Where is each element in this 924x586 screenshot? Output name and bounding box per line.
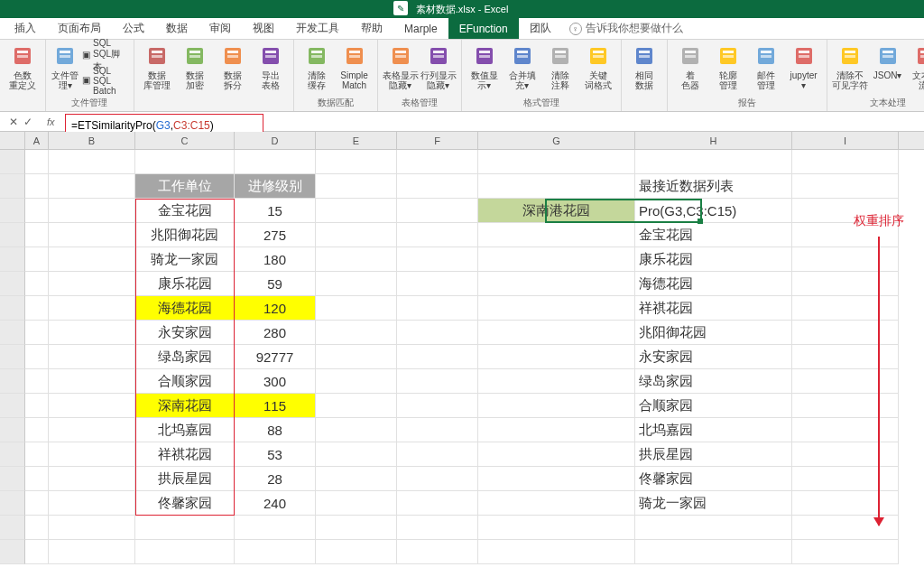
cell-C10[interactable]: 合顺家园 <box>135 369 235 394</box>
cell-F2[interactable] <box>397 174 478 199</box>
cell-C1[interactable] <box>135 150 235 174</box>
cell-B17[interactable] <box>49 540 135 564</box>
cell-H3[interactable]: Pro(G3,C3:C15) <box>635 199 792 223</box>
cell-G1[interactable] <box>478 150 635 174</box>
cell-F5[interactable] <box>397 247 478 272</box>
cell-G2[interactable] <box>478 174 635 199</box>
cell-A15[interactable] <box>25 491 49 516</box>
cell-H11[interactable]: 合顺家园 <box>635 394 792 418</box>
cell-A8[interactable] <box>25 321 49 345</box>
cell-E16[interactable] <box>316 516 397 540</box>
cell-H13[interactable]: 拱辰星园 <box>635 442 792 467</box>
row-header[interactable] <box>0 174 25 199</box>
cell-G10[interactable] <box>478 369 635 394</box>
cell-A1[interactable] <box>25 150 49 174</box>
cell-H12[interactable]: 北坞嘉园 <box>635 418 792 442</box>
cell-B5[interactable] <box>49 247 135 272</box>
ribbon-button[interactable]: 相同数据 <box>627 43 661 90</box>
col-A[interactable]: A <box>25 132 49 149</box>
cell-D9[interactable]: 92777 <box>235 345 316 369</box>
ribbon-button[interactable]: 数值显示▾ <box>467 43 502 90</box>
tab-team[interactable]: 团队 <box>519 18 562 39</box>
ribbon-button[interactable]: 邮件管理 <box>749 43 783 90</box>
cell-B14[interactable] <box>49 467 135 491</box>
cell-A13[interactable] <box>25 442 49 467</box>
ribbon-button[interactable]: 数据库管理 <box>140 43 174 90</box>
cell-H2[interactable]: 最接近数据列表 <box>635 174 792 199</box>
cell-D15[interactable]: 240 <box>235 491 316 516</box>
cell-F15[interactable] <box>397 491 478 516</box>
cell-F13[interactable] <box>397 442 478 467</box>
cell-E11[interactable] <box>316 394 397 418</box>
col-F[interactable]: F <box>397 132 478 149</box>
cell-D10[interactable]: 300 <box>235 369 316 394</box>
tab-marple[interactable]: Marple <box>393 18 448 39</box>
cell-B13[interactable] <box>49 442 135 467</box>
fx-icon[interactable]: fx <box>47 116 55 127</box>
ribbon-button[interactable]: 清除不可见字符 <box>833 43 867 90</box>
cell-C16[interactable] <box>135 516 235 540</box>
cell-B12[interactable] <box>49 418 135 442</box>
cell-F3[interactable] <box>397 199 478 223</box>
cell-D11[interactable]: 115 <box>235 394 316 418</box>
ribbon-button[interactable]: 关键词格式 <box>581 43 615 90</box>
cell-A6[interactable] <box>25 272 49 296</box>
row-header[interactable] <box>0 223 25 247</box>
cell-E15[interactable] <box>316 491 397 516</box>
cell-B9[interactable] <box>49 345 135 369</box>
row-header[interactable] <box>0 150 25 174</box>
cell-B10[interactable] <box>49 369 135 394</box>
ribbon-button[interactable]: 色数重定义 <box>5 43 40 90</box>
cell-G15[interactable] <box>478 491 635 516</box>
cell-B16[interactable] <box>49 516 135 540</box>
cell-D16[interactable] <box>235 516 316 540</box>
ribbon-button[interactable]: 数据加密 <box>178 43 212 90</box>
cell-E1[interactable] <box>316 150 397 174</box>
cell-H9[interactable]: 永安家园 <box>635 345 792 369</box>
cell-H4[interactable]: 金宝花园 <box>635 223 792 247</box>
ribbon-button[interactable]: JSON▾ <box>871 43 905 80</box>
cell-H10[interactable]: 绿岛家园 <box>635 369 792 394</box>
cell-G4[interactable] <box>478 223 635 247</box>
cell-D4[interactable]: 275 <box>235 223 316 247</box>
cell-A16[interactable] <box>25 516 49 540</box>
cell-H17[interactable] <box>635 540 792 564</box>
cell-C8[interactable]: 永安家园 <box>135 321 235 345</box>
ribbon-button[interactable]: 文本交流▾ <box>909 43 924 90</box>
col-D[interactable]: D <box>235 132 316 149</box>
tab-review[interactable]: 审阅 <box>199 18 242 39</box>
ribbon-button[interactable]: 表格显示隐藏▾ <box>383 43 418 90</box>
cell-I2[interactable] <box>792 174 899 199</box>
cell-F4[interactable] <box>397 223 478 247</box>
ribbon-button[interactable]: SimpleMatch <box>337 43 372 90</box>
col-I[interactable]: I <box>792 132 899 149</box>
cell-C11[interactable]: 深南花园 <box>135 394 235 418</box>
ribbon-button[interactable]: 文件管理▾ <box>51 43 79 90</box>
ribbon-button[interactable]: 行列显示隐藏▾ <box>421 43 456 90</box>
cell-F1[interactable] <box>397 150 478 174</box>
cell-F12[interactable] <box>397 418 478 442</box>
cell-F6[interactable] <box>397 272 478 296</box>
cell-C2[interactable]: 工作单位 <box>135 174 235 199</box>
ribbon-button[interactable]: 清除注释 <box>543 43 578 90</box>
cell-D17[interactable] <box>235 540 316 564</box>
cell-D12[interactable]: 88 <box>235 418 316 442</box>
cell-D14[interactable]: 28 <box>235 467 316 491</box>
cell-E5[interactable] <box>316 247 397 272</box>
cancel-formula-button[interactable]: ✕ <box>9 116 18 128</box>
tab-efunction[interactable]: EFunction <box>448 18 519 39</box>
row-header[interactable] <box>0 394 25 418</box>
cell-C17[interactable] <box>135 540 235 564</box>
row-header[interactable] <box>0 199 25 223</box>
cell-F10[interactable] <box>397 369 478 394</box>
ribbon-button[interactable]: 着色器 <box>673 43 707 90</box>
cell-H8[interactable]: 兆阳御花园 <box>635 321 792 345</box>
cell-F7[interactable] <box>397 296 478 321</box>
cell-D3[interactable]: 15 <box>235 199 316 223</box>
cell-B11[interactable] <box>49 394 135 418</box>
cell-C15[interactable]: 佟馨家园 <box>135 491 235 516</box>
ribbon-button[interactable]: jupyter▾ <box>787 43 821 90</box>
cell-H5[interactable]: 康乐花园 <box>635 247 792 272</box>
cell-I1[interactable] <box>792 150 899 174</box>
confirm-formula-button[interactable]: ✓ <box>23 116 32 128</box>
